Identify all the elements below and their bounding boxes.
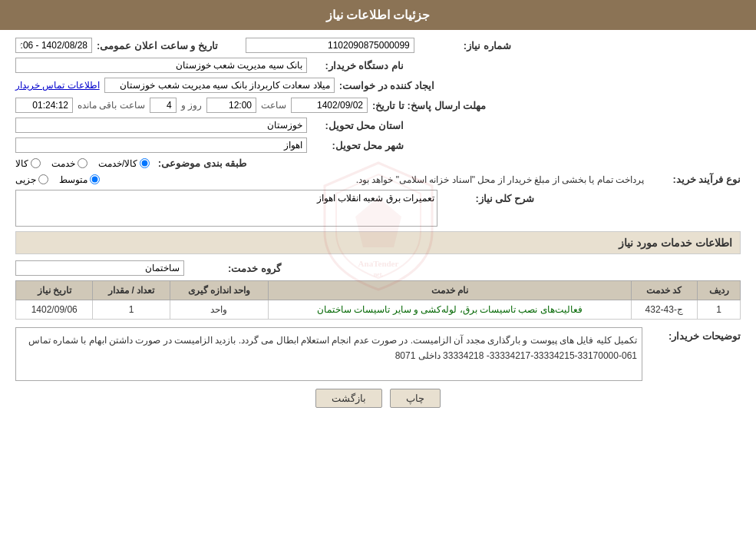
buyer-org-row: نام دستگاه خریدار: <box>15 58 741 73</box>
page-header: جزئیات اطلاعات نیاز <box>0 0 756 30</box>
notes-row: توضیحات خریدار: تکمیل کلیه فایل های پیوس… <box>15 327 741 381</box>
col-code: کد خدمت <box>631 281 697 300</box>
col-date: تاریخ نیاز <box>16 281 93 300</box>
need-number-label: شماره نیاز: <box>419 40 511 51</box>
announce-date-input[interactable] <box>15 38 92 53</box>
service-group-label: گروه خدمت: <box>189 263 281 274</box>
table-row: 1 ج-43-432 فعالیت‌های نصب تاسیسات برق، ل… <box>16 300 741 320</box>
print-button[interactable]: چاپ <box>390 389 441 408</box>
service-group-row: گروه خدمت: <box>15 260 741 276</box>
need-number-row: شماره نیاز: تاریخ و ساعت اعلان عمومی: <box>15 38 741 53</box>
page-title: جزئیات اطلاعات نیاز <box>326 8 431 22</box>
col-row: ردیف <box>698 281 741 300</box>
category-option-khedmat[interactable]: خدمت <box>51 158 87 169</box>
contact-link[interactable]: اطلاعات تماس خریدار <box>15 80 100 91</box>
deadline-label: مهلت ارسال پاسخ: تا تاریخ: <box>372 100 486 111</box>
need-desc-textarea[interactable] <box>15 190 437 227</box>
cell-row: 1 <box>698 300 741 320</box>
city-input[interactable] <box>15 137 307 153</box>
deadline-remaining-input[interactable] <box>15 98 73 113</box>
services-table: ردیف کد خدمت نام خدمت واحد اندازه گیری ت… <box>15 280 741 320</box>
category-option-kala-khedmat[interactable]: کالا/خدمت <box>98 158 150 169</box>
cell-qty: 1 <box>93 300 170 320</box>
purchase-type-radio-group: متوسط جزیی <box>15 174 100 185</box>
purchase-type-medium[interactable]: متوسط <box>59 174 100 185</box>
category-row: طبقه بندی موضوعی: کالا/خدمت خدمت کالا <box>15 157 741 169</box>
col-qty: تعداد / مقدار <box>93 281 170 300</box>
service-group-input[interactable] <box>15 260 184 276</box>
buyer-org-input[interactable] <box>15 58 307 73</box>
deadline-row: مهلت ارسال پاسخ: تا تاریخ: ساعت روز و سا… <box>15 98 741 113</box>
col-unit: واحد اندازه گیری <box>170 281 269 300</box>
purchase-type-note: پرداخت تمام یا بخشی از مبلغ خریدار از مح… <box>112 174 644 185</box>
province-row: استان محل تحویل: <box>15 118 741 133</box>
buttons-row: چاپ بازگشت <box>15 389 741 408</box>
creator-input[interactable] <box>104 78 335 93</box>
category-option-kala[interactable]: کالا <box>15 158 41 169</box>
need-desc-row: شرح کلی نیاز: <box>15 190 741 227</box>
category-khedmat-label: خدمت <box>51 158 75 169</box>
deadline-date-input[interactable] <box>291 98 368 113</box>
buyer-org-label: نام دستگاه خریدار: <box>312 60 404 71</box>
notes-text: تکمیل کلیه فایل های پیوست و بارگذاری مجد… <box>28 335 637 361</box>
city-label: شهر محل تحویل: <box>312 140 404 151</box>
cell-code: ج-43-432 <box>631 300 697 320</box>
need-desc-label: شرح کلی نیاز: <box>442 190 534 204</box>
deadline-time-input[interactable] <box>206 98 256 113</box>
province-input[interactable] <box>15 118 307 133</box>
cell-date: 1402/09/06 <box>16 300 93 320</box>
need-number-input[interactable] <box>246 38 414 53</box>
purchase-type-medium-label: متوسط <box>59 174 87 185</box>
notes-content: تکمیل کلیه فایل های پیوست و بارگذاری مجد… <box>15 327 642 381</box>
creator-row: ایجاد کننده در خواست: اطلاعات تماس خریدا… <box>15 78 741 93</box>
purchase-type-partial[interactable]: جزیی <box>15 174 48 185</box>
announce-date-label: تاریخ و ساعت اعلان عمومی: <box>97 40 218 51</box>
notes-label: توضیحات خریدار: <box>649 327 741 342</box>
deadline-days-label: روز و <box>181 100 202 111</box>
category-kala-label: کالا <box>15 158 28 169</box>
deadline-days-input[interactable] <box>150 98 177 113</box>
deadline-remaining-label: ساعت باقی مانده <box>78 100 145 111</box>
province-label: استان محل تحویل: <box>312 120 404 131</box>
purchase-type-row: نوع فرآیند خرید: پرداخت تمام یا بخشی از … <box>15 174 741 185</box>
cell-unit: واحد <box>170 300 269 320</box>
category-label: طبقه بندی موضوعی: <box>154 157 246 169</box>
service-section-title: اطلاعات خدمات مورد نیاز <box>15 231 741 254</box>
purchase-type-label: نوع فرآیند خرید: <box>649 174 741 185</box>
category-radio-group: کالا/خدمت خدمت کالا <box>15 158 150 169</box>
cell-name: فعالیت‌های نصب تاسیسات برق، لوله‌کشی و س… <box>269 300 631 320</box>
deadline-time-label: ساعت <box>261 100 286 111</box>
city-row: شهر محل تحویل: <box>15 137 741 153</box>
back-button[interactable]: بازگشت <box>315 389 382 408</box>
purchase-type-partial-label: جزیی <box>15 174 36 185</box>
creator-label: ایجاد کننده در خواست: <box>339 80 434 91</box>
col-name: نام خدمت <box>269 281 631 300</box>
category-kala-khedmat-label: کالا/خدمت <box>98 158 137 169</box>
